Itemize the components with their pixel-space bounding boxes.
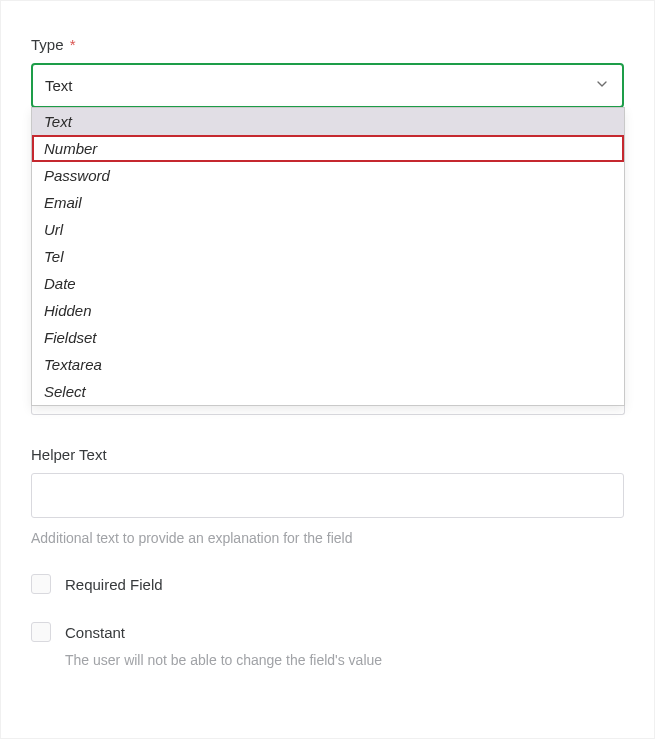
constant-checkbox[interactable] [31, 622, 51, 642]
helper-text-label: Helper Text [31, 446, 624, 463]
helper-text-caption: Additional text to provide an explanatio… [31, 530, 624, 546]
type-option-password[interactable]: Password [32, 162, 624, 189]
type-option-tel[interactable]: Tel [32, 243, 624, 270]
required-indicator: * [70, 36, 76, 53]
constant-row: Constant [31, 622, 624, 642]
type-select[interactable]: Text [31, 63, 624, 108]
type-option-hidden[interactable]: Hidden [32, 297, 624, 324]
type-label: Type * [31, 36, 624, 53]
type-option-fieldset[interactable]: Fieldset [32, 324, 624, 351]
constant-description: The user will not be able to change the … [65, 652, 624, 668]
type-option-email[interactable]: Email [32, 189, 624, 216]
type-option-select[interactable]: Select [32, 378, 624, 405]
form-content: Type * Text TextNumberPasswordEmailUrlTe… [1, 1, 654, 406]
type-option-date[interactable]: Date [32, 270, 624, 297]
type-dropdown[interactable]: TextNumberPasswordEmailUrlTelDateHiddenF… [31, 107, 625, 406]
required-field-checkbox[interactable] [31, 574, 51, 594]
helper-text-input[interactable] [31, 473, 624, 518]
chevron-down-icon [594, 76, 610, 96]
form-editor-panel: Type * Text TextNumberPasswordEmailUrlTe… [0, 0, 655, 739]
required-field-row: Required Field [31, 574, 624, 594]
type-option-textarea[interactable]: Textarea [32, 351, 624, 378]
type-option-url[interactable]: Url [32, 216, 624, 243]
constant-label: Constant [65, 624, 125, 641]
type-option-number[interactable]: Number [32, 135, 624, 162]
required-field-label: Required Field [65, 576, 163, 593]
type-label-text: Type [31, 36, 64, 53]
type-select-value: Text [45, 77, 73, 94]
lower-fields: Helper Text Additional text to provide a… [1, 446, 654, 668]
type-option-text[interactable]: Text [32, 108, 624, 135]
